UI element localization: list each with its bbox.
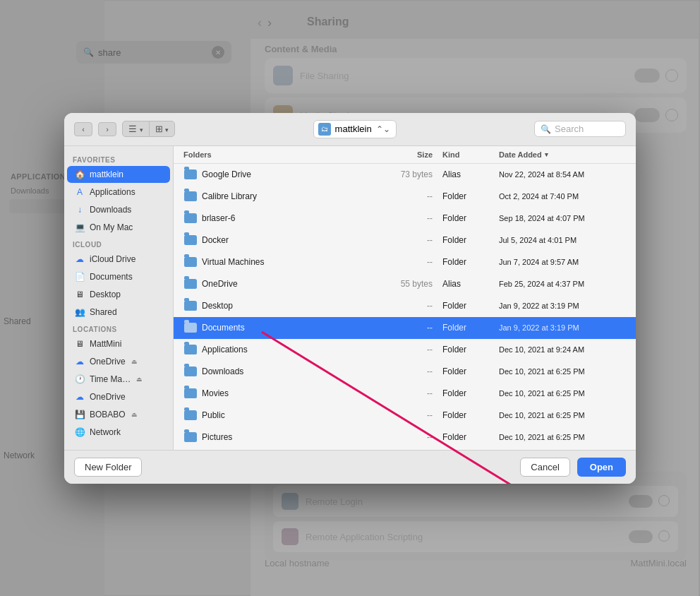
row-folder-icon (183, 430, 198, 444)
sidebar-item-on-my-mac[interactable]: 💻 On My Mac (67, 219, 170, 236)
home-icon: 🏠 (74, 169, 85, 180)
file-kind: Folder (442, 213, 499, 223)
locations-label: Locations (64, 321, 173, 335)
file-size: 55 bytes (386, 279, 442, 289)
location-chevron-icon: ⌃⌄ (376, 124, 390, 134)
sidebar-item-documents[interactable]: 📄 Documents (67, 268, 170, 285)
table-row[interactable]: Desktop -- Folder Jan 9, 2022 at 3:19 PM (174, 295, 636, 317)
row-folder-icon (183, 342, 198, 357)
forward-button[interactable]: › (98, 122, 116, 136)
table-row[interactable]: Calibre Library -- Folder Oct 2, 2024 at… (174, 186, 636, 208)
col-date-header: Date Added ▾ (499, 150, 626, 159)
file-date: Sep 18, 2024 at 4:07 PM (499, 214, 626, 222)
desktop-icon: 🖥 (74, 289, 85, 300)
file-date-selected: Jan 9, 2022 at 3:19 PM (499, 323, 626, 332)
sidebar-item-bobabo[interactable]: 💾 BOBABO ⏏ (67, 406, 170, 423)
file-name: Pictures (202, 432, 386, 442)
file-kind: Folder (442, 366, 499, 376)
location-folder-icon: 🗂 (318, 123, 331, 136)
location-label: mattklein (335, 124, 372, 134)
location-bar: 🗂 mattklein ⌃⌄ (181, 120, 529, 138)
table-row[interactable]: Movies -- Folder Dec 10, 2021 at 6:25 PM (174, 383, 636, 405)
folder-emoji: 🗂 (321, 125, 328, 133)
table-row[interactable]: Public -- Folder Dec 10, 2021 at 6:25 PM (174, 405, 636, 427)
downloads-icon: ↓ (74, 204, 85, 215)
grid-view-button[interactable]: ⊞ ▾ (150, 121, 175, 136)
table-row[interactable]: Music -- Folder Dec 10, 2021 at 6:25 PM (174, 448, 636, 450)
search-icon: 🔍 (541, 124, 551, 134)
sidebar-item-mattmini[interactable]: 🖥 MattMini (67, 335, 170, 352)
sidebar-item-onedrive1[interactable]: ☁ OneDrive ⏏ (67, 353, 170, 370)
sidebar-item-shared[interactable]: 👥 Shared (67, 304, 170, 321)
sidebar-item-desktop[interactable]: 🖥 Desktop (67, 286, 170, 303)
table-row[interactable]: Pictures -- Folder Dec 10, 2021 at 6:25 … (174, 427, 636, 448)
col-kind-header: Kind (442, 150, 499, 159)
file-size-selected: -- (386, 323, 442, 333)
open-button[interactable]: Open (577, 458, 626, 477)
back-button[interactable]: ‹ (74, 122, 92, 136)
row-folder-icon (183, 364, 198, 379)
table-row[interactable]: Docker -- Folder Jul 5, 2024 at 4:01 PM (174, 230, 636, 251)
search-bar[interactable]: 🔍 Search (534, 121, 626, 137)
location-pill[interactable]: 🗂 mattklein ⌃⌄ (313, 120, 397, 138)
cloud-drive-icon2: ☁ (74, 391, 85, 403)
sidebar-item-applications[interactable]: A Applications (67, 184, 170, 201)
list-view-chevron: ▾ (140, 126, 143, 133)
row-folder-icon (183, 167, 198, 181)
new-folder-button[interactable]: New Folder (74, 458, 142, 477)
sidebar-item-mattklein[interactable]: 🏠 mattklein (67, 166, 170, 183)
file-kind-selected: Folder (442, 323, 499, 333)
file-date: Oct 2, 2024 at 7:40 PM (499, 192, 626, 201)
file-date: Dec 10, 2021 at 6:25 PM (499, 367, 626, 376)
list-view-icon: ☰ (128, 124, 137, 134)
sidebar-mattmini-label: MattMini (90, 339, 121, 349)
file-kind: Alias (442, 169, 499, 179)
table-row[interactable]: Downloads -- Folder Dec 10, 2021 at 6:25… (174, 361, 636, 383)
file-size: -- (386, 410, 442, 420)
file-size: 73 bytes (386, 169, 442, 179)
table-row[interactable]: Google Drive 73 bytes Alias Nov 22, 2024… (174, 164, 636, 186)
file-date: Jun 7, 2024 at 9:57 AM (499, 258, 626, 266)
favorites-label: Favorites (64, 152, 173, 165)
table-row-selected[interactable]: Documents -- Folder Jan 9, 2022 at 3:19 … (174, 317, 636, 339)
file-name: Google Drive (202, 169, 386, 179)
file-size: -- (386, 432, 442, 442)
cloud-drive-icon1: ☁ (74, 356, 85, 367)
shared-folder-icon: 👥 (74, 306, 85, 318)
file-date: Dec 10, 2021 at 6:25 PM (499, 433, 626, 441)
dialog-toolbar: ‹ › ☰ ▾ ⊞ ▾ 🗂 mattklein ⌃ (64, 113, 636, 146)
file-size: -- (386, 388, 442, 398)
row-folder-icon (183, 233, 198, 247)
file-kind: Folder (442, 432, 499, 442)
file-date: Dec 10, 2021 at 6:25 PM (499, 411, 626, 419)
file-size: -- (386, 191, 442, 201)
sidebar-item-time-machine[interactable]: 🕐 Time Ma… ⏏ (67, 371, 170, 388)
file-size: -- (386, 301, 442, 311)
icloud-icon: ☁ (74, 254, 85, 265)
dialog-sidebar: Favorites 🏠 mattklein A Applications ↓ D… (64, 146, 174, 450)
cancel-button[interactable]: Cancel (520, 458, 569, 477)
table-row[interactable]: OneDrive 55 bytes Alias Feb 25, 2024 at … (174, 273, 636, 295)
drive-icon: 💾 (74, 409, 85, 420)
table-row[interactable]: Virtual Machines -- Folder Jun 7, 2024 a… (174, 251, 636, 273)
grid-view-chevron: ▾ (165, 126, 169, 133)
sidebar-applications-label: Applications (90, 187, 135, 197)
file-size: -- (386, 213, 442, 223)
file-open-dialog: ‹ › ☰ ▾ ⊞ ▾ 🗂 mattklein ⌃ (64, 113, 636, 484)
sidebar-item-downloads[interactable]: ↓ Downloads (67, 201, 170, 218)
list-view-button[interactable]: ☰ ▾ (123, 121, 150, 136)
sidebar-item-network[interactable]: 🌐 Network (67, 424, 170, 441)
dialog-overlay: ‹ › ☰ ▾ ⊞ ▾ 🗂 mattklein ⌃ (0, 0, 700, 596)
table-row[interactable]: Applications -- Folder Dec 10, 2021 at 9… (174, 339, 636, 361)
file-date: Jan 9, 2022 at 3:19 PM (499, 302, 626, 310)
sidebar-desktop-label: Desktop (90, 290, 121, 299)
sidebar-item-icloud-drive[interactable]: ☁ iCloud Drive (67, 251, 170, 268)
sidebar-downloads-label: Downloads (90, 205, 131, 215)
sidebar-onedrive1-label: OneDrive (90, 357, 126, 366)
col-folders-header: Folders (183, 150, 386, 159)
sidebar-item-onedrive2[interactable]: ☁ OneDrive (67, 388, 170, 405)
file-name: OneDrive (202, 279, 386, 289)
table-row[interactable]: brlaser-6 -- Folder Sep 18, 2024 at 4:07… (174, 208, 636, 230)
file-name: Downloads (202, 366, 386, 376)
row-folder-icon (183, 255, 198, 269)
